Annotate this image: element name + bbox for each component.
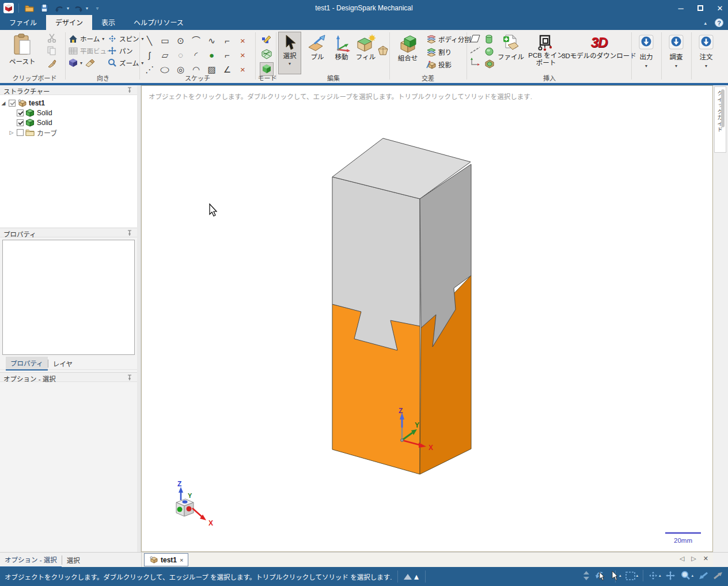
move-button[interactable]: 移動 — [330, 35, 353, 61]
qat-customize-icon[interactable]: ▿ — [96, 6, 98, 11]
cut-icon[interactable] — [47, 33, 56, 43]
model-canvas[interactable]: Z Y X Z Y X — [142, 86, 712, 551]
up-to-parent-icon[interactable] — [403, 573, 412, 581]
view-mode-button[interactable]: ▾ — [69, 58, 113, 67]
home-view-button[interactable]: ホーム▾ — [69, 34, 113, 43]
sketch-split-icon[interactable]: × — [235, 48, 251, 62]
pcb-import-button[interactable]: PCB をインポート — [525, 35, 567, 67]
curves-checkbox[interactable] — [17, 129, 24, 136]
tab-scroll-right-icon[interactable]: ▷ — [691, 555, 696, 562]
next-view-icon[interactable] — [713, 571, 723, 580]
spin-button[interactable]: スピン▾ — [108, 34, 144, 43]
sketch-tangent-arc-icon[interactable]: ⌒ — [188, 33, 204, 48]
zoom-button[interactable]: ズーム▾ — [108, 58, 144, 67]
tab-help[interactable]: ヘルプ/リソース — [124, 15, 193, 30]
pin-icon[interactable] — [127, 230, 132, 236]
insert-sphere-icon[interactable] — [485, 47, 494, 56]
panel-splitter[interactable] — [137, 85, 141, 552]
tab-view[interactable]: 表示 — [92, 15, 124, 30]
pin-icon[interactable] — [127, 87, 132, 93]
sketch-trim-icon[interactable]: × — [235, 33, 251, 48]
spin-tool-icon[interactable]: ▴ — [648, 570, 661, 581]
insert-plane-icon[interactable] — [470, 35, 480, 43]
insert-line-icon[interactable] — [470, 47, 480, 54]
format-painter-icon[interactable] — [47, 59, 56, 68]
select-button[interactable]: 選択 ▾ — [278, 32, 301, 74]
redo-dropdown-icon[interactable]: ▾ — [86, 6, 88, 11]
fill-button[interactable]: フィル — [354, 35, 377, 61]
section-mode-button[interactable] — [260, 47, 274, 61]
copy-icon[interactable] — [47, 46, 56, 55]
plan-view-button[interactable]: 平面ビュー — [69, 46, 113, 55]
output-button[interactable]: 出力 ▾ — [634, 35, 659, 69]
document-tab-label[interactable]: test1 — [161, 556, 177, 564]
sketch-line-icon[interactable]: ╲ — [142, 33, 157, 48]
tree-item-solid-2[interactable]: Solid — [0, 118, 137, 127]
tree-item-label[interactable]: Solid — [37, 109, 52, 117]
root-checkbox[interactable] — [9, 100, 16, 107]
collapse-ribbon-icon[interactable]: ▴ — [704, 20, 707, 26]
app-logo-icon[interactable] — [3, 3, 14, 13]
quick-guide-scrollbar[interactable] — [721, 89, 725, 127]
viewport[interactable]: オブジェクトをクリックします。ダブルクリックして、エッジループを選択します。トリ… — [141, 85, 713, 552]
tree-item-solid-1[interactable]: Solid — [0, 108, 137, 118]
download-3d-button[interactable]: 3D 3Dモデルのダウンロード — [568, 35, 630, 60]
sketch-polyline-icon[interactable]: ʃ — [142, 48, 157, 62]
tab-options-select[interactable]: オプション - 選択 — [0, 553, 62, 568]
sketch-circle3pt-icon[interactable]: ◌ — [173, 48, 188, 62]
tab-properties[interactable]: プロパティ — [6, 357, 48, 370]
redo-button[interactable] — [73, 2, 84, 14]
document-tab-test1[interactable]: test1 × — [144, 553, 188, 566]
tree-item-label[interactable]: カーブ — [37, 128, 57, 138]
insert-file-button[interactable]: ファイル — [498, 35, 524, 61]
sketch-rectangle-icon[interactable]: ▭ — [157, 33, 173, 48]
pan-tool-icon[interactable] — [665, 570, 676, 581]
up-to-parent-dropdown-icon[interactable]: ▴ — [414, 571, 419, 582]
document-tab-close-icon[interactable]: × — [180, 557, 183, 564]
sketch-bend-icon[interactable]: ⌐ — [219, 48, 235, 62]
close-button[interactable]: ✕ — [715, 4, 725, 13]
tree-item-label[interactable]: Solid — [37, 119, 52, 127]
pull-button[interactable]: プル — [306, 35, 329, 61]
sketch-circle-icon[interactable]: ⊙ — [173, 33, 188, 48]
sketch-polygon-icon[interactable]: ▱ — [157, 48, 173, 62]
help-icon[interactable]: ? — [715, 18, 723, 27]
selection-box-icon[interactable]: ▴ — [625, 572, 638, 580]
project-button[interactable]: 投影 — [426, 60, 471, 69]
previous-view-icon[interactable] — [698, 571, 708, 580]
sketch-sweep-arc-icon[interactable]: ◜ — [188, 48, 204, 62]
insert-cylinder-icon[interactable] — [485, 35, 494, 44]
insert-shell-icon[interactable] — [485, 59, 494, 69]
pin-icon[interactable] — [127, 375, 132, 381]
measure-button[interactable]: 調査 ▾ — [663, 35, 689, 69]
tab-layers[interactable]: レイヤ — [48, 357, 77, 370]
select-tool-icon[interactable]: ▴ — [611, 570, 621, 581]
minimize-button[interactable]: ─ — [676, 4, 685, 13]
revert-selection-icon[interactable] — [594, 570, 606, 581]
blend-button[interactable] — [377, 45, 389, 56]
paste-button[interactable]: ペースト — [9, 33, 35, 66]
insert-axes-icon[interactable] — [470, 58, 480, 66]
tab-close-all-icon[interactable]: ✕ — [703, 555, 708, 562]
order-button[interactable]: 注文 ▾ — [693, 35, 719, 69]
tree-item-root[interactable]: ◢ test1 — [0, 99, 137, 108]
view-cube[interactable]: Z Y X — [176, 480, 213, 527]
zoom-tool-icon[interactable]: ▴ — [680, 570, 693, 581]
tree-item-label[interactable]: test1 — [29, 99, 45, 107]
solid2-checkbox[interactable] — [17, 119, 24, 126]
save-button[interactable] — [39, 2, 50, 14]
undo-button[interactable] — [54, 2, 65, 14]
expander-closed-icon[interactable]: ▷ — [8, 130, 15, 135]
quick-guide-tab[interactable]: クイックガイド — [714, 86, 726, 153]
undo-dropdown-icon[interactable]: ▾ — [67, 6, 69, 11]
tab-select[interactable]: 選択 — [62, 553, 85, 567]
solid1-checkbox[interactable] — [17, 109, 24, 116]
selection-spinner-icon[interactable] — [583, 570, 590, 581]
tab-file[interactable]: ファイル — [0, 15, 46, 30]
sketch-mode-button[interactable] — [260, 32, 274, 46]
pan-button[interactable]: パン — [108, 46, 144, 55]
split-button[interactable]: 割り — [426, 47, 471, 56]
tree-item-curves[interactable]: ▷ カーブ — [0, 128, 137, 137]
open-button[interactable] — [24, 2, 35, 14]
tab-scroll-left-icon[interactable]: ◁ — [680, 555, 684, 562]
